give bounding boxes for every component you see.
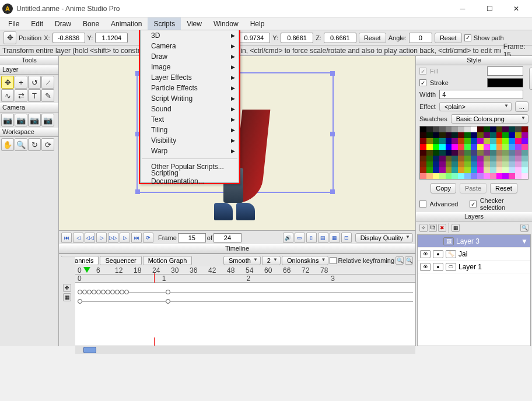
palette-swatch[interactable] xyxy=(477,126,484,132)
keyframe[interactable] xyxy=(96,290,101,294)
scripts-menu-text[interactable]: Text▶ xyxy=(141,114,239,125)
selection-handle[interactable] xyxy=(330,132,335,136)
menu-window[interactable]: Window xyxy=(208,17,244,30)
palette-swatch[interactable] xyxy=(496,132,503,138)
palette-swatch[interactable] xyxy=(426,173,433,179)
timeline-scrollbar-thumb[interactable] xyxy=(83,347,96,353)
palette-swatch[interactable] xyxy=(509,156,515,161)
menu-file[interactable]: File xyxy=(2,17,25,30)
palette-swatch[interactable] xyxy=(471,150,477,156)
palette-swatch[interactable] xyxy=(446,161,452,167)
stroke-checkbox[interactable] xyxy=(419,79,426,86)
palette-swatch[interactable] xyxy=(452,173,458,179)
palette-swatch[interactable] xyxy=(477,150,484,156)
palette-swatch[interactable] xyxy=(515,150,522,156)
palette-swatch[interactable] xyxy=(439,161,446,167)
palette-swatch[interactable] xyxy=(446,138,452,144)
palette-swatch[interactable] xyxy=(471,156,477,161)
palette-swatch[interactable] xyxy=(496,150,503,156)
palette-swatch[interactable] xyxy=(484,144,490,150)
palette-swatch[interactable] xyxy=(496,167,503,173)
palette-swatch[interactable] xyxy=(446,156,452,161)
palette-swatch[interactable] xyxy=(426,132,433,138)
prev-key-button[interactable]: ◁◁ xyxy=(85,233,95,243)
keyframe[interactable] xyxy=(166,299,170,304)
palette-swatch[interactable] xyxy=(484,138,490,144)
rotate-workspace-tool[interactable]: ↻ xyxy=(28,138,41,151)
view-mode-4[interactable]: ▦ xyxy=(330,233,340,243)
effect-select[interactable]: <plain> xyxy=(439,102,512,111)
keyframe[interactable] xyxy=(166,290,170,294)
palette-swatch[interactable] xyxy=(439,138,446,144)
palette-swatch[interactable] xyxy=(426,150,433,156)
keyframe[interactable] xyxy=(120,290,124,294)
scripts-menu-camera[interactable]: Camera▶ xyxy=(141,41,239,51)
palette-swatch[interactable] xyxy=(490,173,496,179)
palette-swatch[interactable] xyxy=(452,161,458,167)
scripts-menu-3d[interactable]: 3D▶ xyxy=(141,30,239,41)
minimize-button[interactable]: ─ xyxy=(449,0,476,17)
tab-sequencer[interactable]: Sequencer xyxy=(100,256,141,265)
eyedropper-tool[interactable]: ✎ xyxy=(41,89,54,102)
palette-swatch[interactable] xyxy=(439,144,446,150)
stroke-color-swatch[interactable] xyxy=(487,78,523,87)
palette-swatch[interactable] xyxy=(496,156,503,161)
palette-swatch[interactable] xyxy=(458,132,464,138)
palette-swatch[interactable] xyxy=(522,138,528,144)
palette-swatch[interactable] xyxy=(426,126,433,132)
palette-swatch[interactable] xyxy=(433,138,439,144)
scripts-menu-image[interactable]: Image▶ xyxy=(141,62,239,72)
palette-swatch[interactable] xyxy=(433,167,439,173)
palette-swatch[interactable] xyxy=(484,150,490,156)
palette-swatch[interactable] xyxy=(464,126,471,132)
palette-swatch[interactable] xyxy=(502,156,509,161)
current-frame-input[interactable] xyxy=(178,233,206,242)
set-origin-tool[interactable]: + xyxy=(15,76,27,89)
onionskins-select[interactable]: Onionskins xyxy=(282,256,328,265)
palette-swatch[interactable] xyxy=(439,167,446,173)
timeline-ruler-frames[interactable]: 06121824303642485460667278 xyxy=(75,266,415,275)
palette-swatch[interactable] xyxy=(426,156,433,161)
layer-edit-icon[interactable]: ● xyxy=(433,263,443,271)
scripts-menu-sound[interactable]: Sound▶ xyxy=(141,104,239,114)
keyframe[interactable] xyxy=(106,290,110,294)
safe-zones-button[interactable]: ⊡ xyxy=(341,233,352,243)
palette-swatch[interactable] xyxy=(471,173,477,179)
palette-swatch[interactable] xyxy=(502,144,509,150)
step-forward-button[interactable]: ▷ xyxy=(120,233,130,243)
palette-swatch[interactable] xyxy=(420,126,426,132)
scripts-menu-tiling[interactable]: Tiling▶ xyxy=(141,125,239,135)
palette-swatch[interactable] xyxy=(452,126,458,132)
palette-swatch[interactable] xyxy=(515,132,522,138)
hand-tool[interactable]: ✋ xyxy=(1,138,14,151)
layer-expand-icon[interactable]: ▼ xyxy=(521,237,528,245)
palette-swatch[interactable] xyxy=(522,126,528,132)
palette-swatch[interactable] xyxy=(458,156,464,161)
palette-swatch[interactable] xyxy=(522,156,528,161)
swatches-file-select[interactable]: Basic Colors.png xyxy=(451,114,528,124)
scripts-menu-draw[interactable]: Draw▶ xyxy=(141,51,239,62)
palette-swatch[interactable] xyxy=(484,126,490,132)
palette-swatch[interactable] xyxy=(458,161,464,167)
palette-swatch[interactable] xyxy=(458,144,464,150)
angle-input[interactable] xyxy=(409,33,432,43)
palette-swatch[interactable] xyxy=(496,126,503,132)
palette-swatch[interactable] xyxy=(433,173,439,179)
audio-button[interactable]: 🔊 xyxy=(283,233,293,243)
palette-swatch[interactable] xyxy=(477,156,484,161)
palette-swatch[interactable] xyxy=(502,167,509,173)
view-mode-1[interactable]: ▭ xyxy=(295,233,305,243)
palette-swatch[interactable] xyxy=(471,161,477,167)
palette-swatch[interactable] xyxy=(484,173,490,179)
palette-swatch[interactable] xyxy=(446,167,452,173)
palette-swatch[interactable] xyxy=(522,173,528,179)
playhead-start-marker[interactable] xyxy=(83,267,90,273)
palette-swatch[interactable] xyxy=(464,138,471,144)
palette-swatch[interactable] xyxy=(509,144,515,150)
menu-animation[interactable]: Animation xyxy=(105,17,148,30)
menu-scripts[interactable]: Scripts xyxy=(148,17,181,30)
close-button[interactable]: ✕ xyxy=(503,0,530,17)
menu-view[interactable]: View xyxy=(181,17,208,30)
palette-swatch[interactable] xyxy=(496,173,503,179)
effect-options-button[interactable]: ... xyxy=(515,101,528,112)
